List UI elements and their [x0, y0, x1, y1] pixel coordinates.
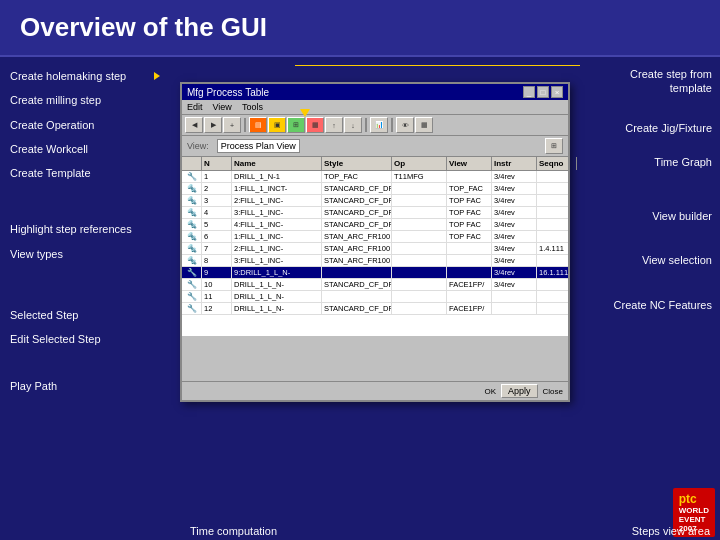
menu-view[interactable]: View: [213, 102, 232, 112]
row-icon: 🔩: [182, 195, 202, 206]
toolbar-btn-8[interactable]: ↑: [325, 117, 343, 133]
toolbar-btn-graph[interactable]: 📊: [370, 117, 388, 133]
row-name: DRILL_1_L_N-: [232, 303, 322, 314]
sidebar-item-create-holemaking[interactable]: Create holemaking step: [0, 65, 165, 87]
row-icon: 🔧: [182, 267, 202, 278]
table-toolbar: ◀ ▶ + ▤ ▣ ⊞ ▦ ↑ ↓ 📊 👁 ▦: [182, 115, 568, 136]
row-n: 2: [202, 183, 232, 194]
menu-tools[interactable]: Tools: [242, 102, 263, 112]
sidebar-item-create-workcell[interactable]: Create Workcell: [0, 138, 165, 160]
main-container: Overview of the GUI Create holemaking st…: [0, 0, 720, 540]
status-ok: OK: [484, 387, 496, 396]
table-row[interactable]: 🔧 11 DRILL_1_L_N-: [182, 291, 568, 303]
col-seqno: Seqno: [537, 157, 577, 170]
table-row[interactable]: 🔩 3 2:FILL_1_INC- STANCARD_CF_DR000 TOP …: [182, 195, 568, 207]
apply-button[interactable]: Apply: [501, 384, 538, 398]
row-seqno: [537, 171, 568, 182]
sidebar-item-edit-selected[interactable]: Edit Selected Step: [0, 328, 165, 350]
row-icon: 🔩: [182, 231, 202, 242]
toolbar-btn-1[interactable]: ◀: [185, 117, 203, 133]
table-row[interactable]: 🔩 4 3:FILL_1_INC- STANCARD_CF_DR000 TOP …: [182, 207, 568, 219]
menu-edit[interactable]: Edit: [187, 102, 203, 112]
row-name: 9:DRILL_1_L_N-: [232, 267, 322, 278]
toolbar-btn-7[interactable]: ▦: [306, 117, 324, 133]
toolbar-btn-2[interactable]: ▶: [204, 117, 222, 133]
sidebar-item-create-operation[interactable]: Create Operation: [0, 114, 165, 136]
row-instr: 3/4rev: [492, 279, 537, 290]
row-icon: 🔧: [182, 291, 202, 302]
row-name: 1:FILL_1_INC-: [232, 231, 322, 242]
row-view: [447, 243, 492, 254]
row-style: [322, 267, 392, 278]
sidebar-item-view-types[interactable]: View types: [0, 243, 165, 265]
label-time-computation: Time computation: [190, 525, 277, 537]
row-style: STANCARD_CF_DR000: [322, 207, 392, 218]
toolbar-btn-6[interactable]: ⊞: [287, 117, 305, 133]
table-row-selected[interactable]: 🔧 9 9:DRILL_1_L_N- 3/4rev 16.1.111: [182, 267, 568, 279]
row-icon: 🔩: [182, 183, 202, 194]
view-dropdown[interactable]: Process Plan View: [217, 139, 300, 153]
toolbar-btn-3[interactable]: +: [223, 117, 241, 133]
row-view: TOP_FAC: [447, 183, 492, 194]
toolbar-btn-4[interactable]: ▤: [249, 117, 267, 133]
table-row[interactable]: 🔩 6 1:FILL_1_INC- STAN_ARC_FR100 TOP FAC…: [182, 231, 568, 243]
row-seqno: 16.1.111: [537, 267, 568, 278]
row-style: STAN_ARC_FR100: [322, 255, 392, 266]
row-instr: [492, 291, 537, 302]
row-op: [392, 243, 447, 254]
close-button[interactable]: ×: [551, 86, 563, 98]
col-n: N: [202, 157, 232, 170]
toolbar-btn-filter[interactable]: ▦: [415, 117, 433, 133]
sidebar-item-selected-step[interactable]: Selected Step: [0, 304, 165, 326]
toolbar-sep-2: [365, 118, 367, 132]
row-instr: 3/4rev: [492, 243, 537, 254]
row-view: TOP FAC: [447, 219, 492, 230]
table-row[interactable]: 🔧 1 DRILL_1_N-1 TOP_FAC T11MFG 3/4rev: [182, 171, 568, 183]
col-op: Op: [392, 157, 447, 170]
toolbar-btn-eye[interactable]: 👁: [396, 117, 414, 133]
row-op: [392, 279, 447, 290]
table-row[interactable]: 🔧 12 DRILL_1_L_N- STANCARD_CF_DR000 FACE…: [182, 303, 568, 315]
row-style: STANCARD_CF_DR000: [322, 183, 392, 194]
label-steps-view-area: Steps view area: [632, 525, 710, 537]
table-row[interactable]: 🔩 5 4:FILL_1_INC- STANCARD_CF_DR000 TOP …: [182, 219, 568, 231]
row-seqno: 1.4.111: [537, 243, 568, 254]
row-seqno: [537, 231, 568, 242]
main-content: Create holemaking step Create milling st…: [0, 57, 720, 540]
row-op: [392, 231, 447, 242]
row-instr: 3/4rev: [492, 171, 537, 182]
row-instr: [492, 303, 537, 314]
row-seqno: [537, 255, 568, 266]
table-view-bar: View: Process Plan View ⊞: [182, 136, 568, 157]
row-view: [447, 255, 492, 266]
maximize-button[interactable]: □: [537, 86, 549, 98]
right-panel: Create step from template Create Jig/Fix…: [165, 57, 720, 540]
row-op: [392, 291, 447, 302]
label-create-jig-fixture: Create Jig/Fixture: [585, 116, 720, 140]
row-n: 4: [202, 207, 232, 218]
view-controls: ⊞: [545, 138, 563, 154]
toolbar-btn-9[interactable]: ↓: [344, 117, 362, 133]
title-bar: Overview of the GUI: [0, 0, 720, 57]
toolbar-sep-1: [244, 118, 246, 132]
view-btn-grid[interactable]: ⊞: [545, 138, 563, 154]
view-label-text: View:: [187, 141, 209, 151]
minimize-button[interactable]: _: [523, 86, 535, 98]
toolbar-btn-5[interactable]: ▣: [268, 117, 286, 133]
table-window: Mfg Process Table _ □ × Edit View Tools …: [180, 82, 570, 402]
table-row[interactable]: 🔩 8 3:FILL_1_INC- STAN_ARC_FR100 3/4rev: [182, 255, 568, 267]
sidebar-item-highlight-step[interactable]: Highlight step references: [0, 218, 165, 240]
row-view: FACE1FP/: [447, 303, 492, 314]
ptc-event: EVENT: [679, 515, 709, 524]
table-row[interactable]: 🔩 2 1:FILL_1_INCT- STANCARD_CF_DR000 TOP…: [182, 183, 568, 195]
table-row[interactable]: 🔩 7 2:FILL_1_INC- STAN_ARC_FR100 3/4rev …: [182, 243, 568, 255]
table-row[interactable]: 🔧 10 DRILL_1_L_N- STANCARD_CF_DR000 FACE…: [182, 279, 568, 291]
row-name: DRILL_1_L_N-: [232, 291, 322, 302]
row-icon: 🔩: [182, 219, 202, 230]
sidebar-item-create-milling[interactable]: Create milling step: [0, 89, 165, 111]
sidebar-item-create-template[interactable]: Create Template: [0, 162, 165, 184]
sidebar-item-play-path[interactable]: Play Path: [0, 375, 165, 397]
row-op: [392, 195, 447, 206]
row-instr: 3/4rev: [492, 183, 537, 194]
toolbar-sep-3: [391, 118, 393, 132]
